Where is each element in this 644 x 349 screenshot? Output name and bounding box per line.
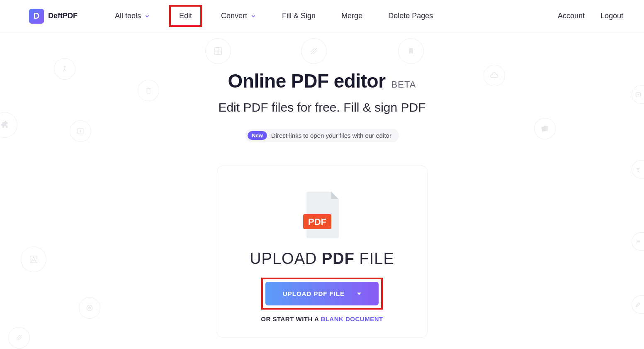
nav-edit-label: Edit xyxy=(179,12,192,20)
upload-button-highlight: UPLOAD PDF FILE xyxy=(263,279,381,308)
nav-convert[interactable]: Convert xyxy=(217,9,260,23)
nav-convert-label: Convert xyxy=(221,12,247,20)
nav-fill-sign-label: Fill & Sign xyxy=(282,12,316,20)
blank-document-link[interactable]: BLANK DOCUMENT xyxy=(321,315,383,322)
page-subtitle: Edit PDF files for free. Fill & sign PDF xyxy=(0,100,644,115)
nav-fill-sign[interactable]: Fill & Sign xyxy=(278,9,320,23)
nav-merge-label: Merge xyxy=(341,12,362,20)
upload-card: PDF UPLOAD PDF FILE UPLOAD PDF FILE OR S… xyxy=(217,166,428,338)
upload-title-strong: PDF xyxy=(322,250,355,267)
nav-account[interactable]: Account xyxy=(554,9,589,23)
cloud-icon xyxy=(484,65,505,86)
hero: Online PDF editor BETA Edit PDF files fo… xyxy=(0,32,644,338)
new-badge: New xyxy=(248,131,267,140)
page-title-wrap: Online PDF editor BETA xyxy=(228,70,416,92)
bookmark-icon xyxy=(398,38,424,64)
blank-document-pre: OR START WITH A xyxy=(261,315,321,322)
nav-merge[interactable]: Merge xyxy=(337,9,367,23)
brand-logo-icon: D xyxy=(29,9,44,24)
nav-all-tools-label: All tools xyxy=(115,12,141,20)
nav-logout[interactable]: Logout xyxy=(596,9,627,23)
grid-icon xyxy=(205,38,231,64)
upload-pdf-button[interactable]: UPLOAD PDF FILE xyxy=(265,282,379,305)
svg-text:PDF: PDF xyxy=(308,217,326,227)
brand-logo[interactable]: D DeftPDF xyxy=(29,9,78,24)
nav-all-tools[interactable]: All tools xyxy=(111,9,154,23)
hatch-icon xyxy=(301,38,327,64)
upload-title: UPLOAD PDF FILE xyxy=(234,250,411,268)
chevron-down-icon xyxy=(144,13,150,19)
chevron-down-icon xyxy=(250,13,256,19)
nav-delete-pages-label: Delete Pages xyxy=(388,12,433,20)
add-icon xyxy=(70,120,91,142)
upload-title-post: FILE xyxy=(355,250,394,267)
main-nav: All tools Edit Convert Fill & Sign Merge… xyxy=(111,7,554,24)
pdf-file-icon: PDF xyxy=(234,190,411,240)
page-title: Online PDF editor xyxy=(228,70,386,92)
blank-document-line: OR START WITH A BLANK DOCUMENT xyxy=(234,315,411,322)
upload-title-pre: UPLOAD xyxy=(250,250,322,267)
trash-icon xyxy=(138,80,159,101)
svg-rect-12 xyxy=(544,126,549,131)
cards-icon xyxy=(534,118,556,139)
brand-name: DeftPDF xyxy=(48,12,78,20)
text-style-icon xyxy=(21,246,46,272)
header: D DeftPDF All tools Edit Convert Fill & … xyxy=(0,0,644,32)
beta-badge: BETA xyxy=(391,79,416,90)
upload-pdf-button-label: UPLOAD PDF FILE xyxy=(283,290,345,297)
new-feature-banner[interactable]: New Direct links to open your files with… xyxy=(245,129,399,142)
hatch-small-icon xyxy=(8,327,30,349)
nav-delete-pages[interactable]: Delete Pages xyxy=(384,9,437,23)
account-nav: Account Logout xyxy=(554,9,627,23)
svg-point-25 xyxy=(638,171,638,171)
nav-edit[interactable]: Edit xyxy=(172,7,199,24)
merge-icon xyxy=(54,58,75,80)
caret-down-icon xyxy=(357,292,361,296)
new-feature-text: Direct links to open your files with our… xyxy=(271,132,391,139)
target-icon xyxy=(79,297,100,319)
